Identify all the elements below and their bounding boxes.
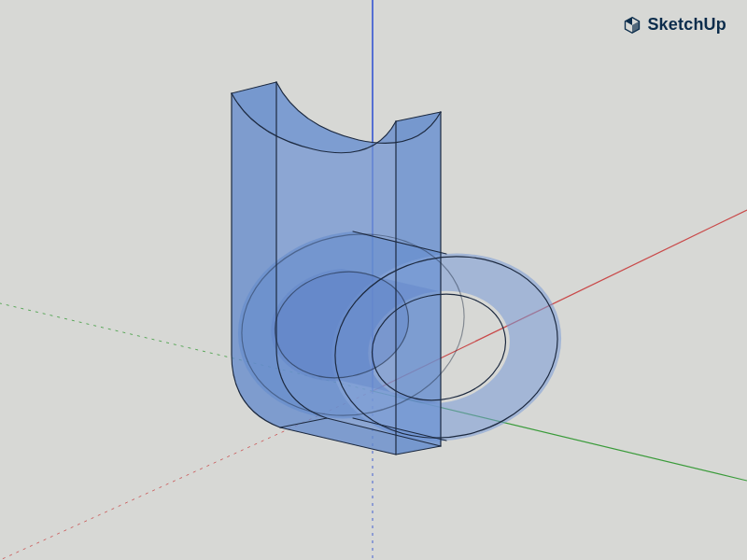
scene-canvas[interactable] bbox=[0, 0, 747, 560]
sketchup-logo-icon bbox=[623, 16, 641, 35]
app-watermark-text: SketchUp bbox=[647, 15, 726, 35]
app-watermark: SketchUp bbox=[623, 15, 726, 35]
model[interactable] bbox=[225, 82, 575, 458]
modeling-viewport[interactable]: SketchUp bbox=[0, 0, 747, 560]
